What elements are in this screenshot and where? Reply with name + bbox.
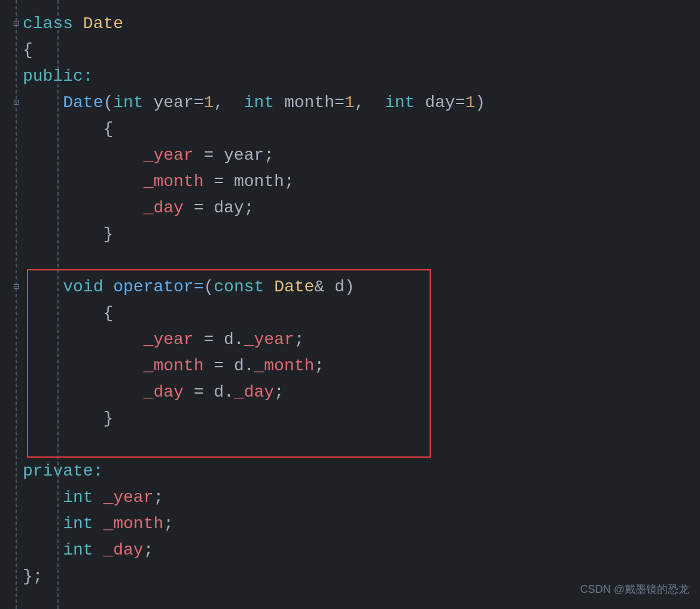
line-content: int _month;: [23, 511, 174, 537]
token: private:: [23, 462, 103, 480]
token: int: [63, 488, 93, 507]
collapse-marker[interactable]: ⊟: [10, 17, 23, 32]
token: _day: [144, 199, 184, 217]
token: ;: [314, 357, 324, 375]
line-content: _year = year;: [23, 142, 274, 168]
code-pre: ⊟class Date{public:⊟ Date(int year=1, in…: [0, 6, 700, 595]
code-line: _day = day;: [5, 195, 700, 221]
line-content: }: [23, 406, 113, 431]
token: = d.: [194, 330, 244, 349]
token: 1: [465, 93, 475, 112]
line-content: _day = day;: [23, 195, 254, 221]
code-line: {: [5, 37, 700, 63]
token: {: [23, 41, 33, 59]
token: _month: [144, 172, 204, 191]
code-line: int _month;: [5, 511, 700, 537]
token: };: [23, 567, 43, 586]
line-content: private:: [23, 458, 103, 484]
token: (: [103, 93, 113, 112]
token: = year;: [194, 146, 274, 165]
code-line: ⊟ void operator=(const Date& d): [5, 274, 700, 300]
token: (: [203, 278, 214, 296]
token: = d.: [184, 383, 234, 401]
token: _year: [144, 146, 194, 165]
token: _month: [254, 357, 314, 375]
collapse-marker[interactable]: ⊟: [10, 96, 23, 111]
code-line: ⊟class Date: [5, 11, 700, 37]
code-line: _year = year;: [5, 142, 700, 169]
token: int: [113, 93, 143, 112]
token: _year: [244, 330, 294, 349]
line-content: _month = d._month;: [23, 353, 324, 379]
token: [93, 541, 104, 559]
collapse-marker[interactable]: ⊟: [10, 280, 23, 295]
line-content: };: [23, 564, 43, 589]
code-line: {: [5, 300, 700, 327]
token: Date: [83, 14, 123, 33]
code-line: public:: [5, 63, 700, 90]
token: ;: [274, 383, 284, 401]
token: = month;: [203, 172, 294, 191]
token: [103, 278, 113, 296]
token: year=: [144, 93, 204, 112]
code-line: _year = d._year;: [5, 327, 700, 353]
token: day=: [415, 93, 465, 112]
code-container: ⊟class Date{public:⊟ Date(int year=1, in…: [0, 0, 700, 609]
token: {: [103, 304, 113, 322]
token: ;: [163, 514, 174, 533]
token: }: [103, 409, 113, 428]
token: _day: [103, 541, 143, 559]
code-line: int _day;: [5, 537, 700, 564]
line-content: }: [23, 221, 113, 247]
token: const: [214, 278, 264, 296]
token: [93, 514, 104, 533]
line-content: {: [23, 300, 113, 326]
token: 1: [204, 93, 214, 112]
code-line: _month = d._month;: [5, 353, 700, 379]
token: public:: [23, 67, 93, 86]
code-line: ⊟ Date(int year=1, int month=1, int day=…: [5, 90, 700, 116]
line-content: _month = month;: [23, 169, 294, 194]
line-content: public:: [23, 63, 93, 89]
token: _month: [103, 514, 163, 533]
watermark: CSDN @戴墨镜的恐龙: [580, 581, 689, 598]
code-line: _month = month;: [5, 169, 700, 195]
token: _day: [234, 383, 274, 401]
token: & d): [314, 278, 354, 296]
token: int: [63, 541, 93, 559]
code-line: [5, 432, 700, 458]
token: _day: [144, 383, 184, 401]
token: void: [63, 278, 103, 296]
code-line: _day = d._day;: [5, 379, 700, 406]
token: int: [244, 93, 274, 112]
code-line: }: [5, 221, 700, 248]
token: _year: [144, 330, 194, 349]
token: }: [103, 225, 113, 243]
token: _month: [144, 357, 204, 375]
token: ;: [153, 488, 163, 507]
line-content: {: [23, 116, 113, 142]
token: = day;: [184, 199, 254, 217]
code-line: [5, 248, 700, 274]
token: {: [103, 120, 113, 138]
line-content: void operator=(const Date& d): [23, 274, 355, 300]
token: 1: [345, 93, 355, 112]
line-content: {: [23, 37, 33, 63]
code-line: {: [5, 116, 700, 142]
token: int: [63, 514, 93, 533]
token: [264, 278, 274, 296]
line-content: _year = d._year;: [23, 327, 305, 352]
code-line: }: [5, 406, 700, 432]
token: Date: [274, 278, 314, 296]
line-content: class Date: [23, 11, 123, 36]
line-content: int _day;: [23, 537, 153, 563]
token: _year: [103, 488, 153, 507]
token: int: [385, 93, 415, 112]
token: month=: [274, 93, 345, 112]
line-content: Date(int year=1, int month=1, int day=1): [23, 90, 485, 115]
line-content: _day = d._day;: [23, 379, 284, 405]
token: ,: [214, 93, 244, 112]
code-line: private:: [5, 458, 700, 485]
token: class: [23, 14, 83, 33]
line-content: int _year;: [23, 485, 163, 510]
